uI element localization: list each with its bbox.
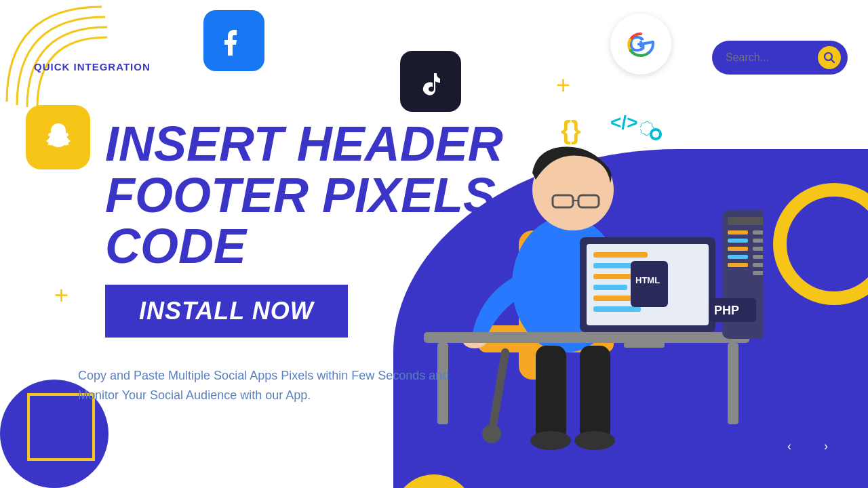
title-line-2: FOOTER PIXELS — [105, 170, 503, 222]
svg-rect-30 — [593, 285, 627, 290]
svg-rect-47 — [753, 255, 763, 259]
svg-rect-32 — [593, 306, 641, 312]
google-icon: G — [610, 14, 671, 75]
title-line-3: CODE — [105, 221, 503, 272]
snapchat-icon — [26, 105, 90, 169]
svg-rect-46 — [753, 247, 763, 251]
svg-rect-22 — [424, 332, 749, 343]
gear-icon — [640, 119, 671, 152]
svg-line-2 — [831, 60, 835, 63]
svg-rect-49 — [753, 271, 763, 275]
search-bar — [712, 41, 848, 75]
svg-point-21 — [574, 431, 615, 450]
title-line-1: INSERT HEADER — [105, 119, 503, 170]
svg-rect-43 — [728, 263, 748, 267]
quick-integration-label: QUICK INTEGRATION — [34, 61, 151, 73]
tiktok-icon — [400, 51, 461, 112]
search-input[interactable] — [726, 52, 818, 64]
facebook-icon — [203, 10, 264, 71]
main-title: INSERT HEADER FOOTER PIXELS CODE — [105, 119, 503, 272]
svg-rect-19 — [580, 346, 610, 441]
svg-rect-18 — [536, 346, 566, 441]
svg-point-20 — [530, 431, 571, 450]
svg-text:{}: {} — [561, 116, 581, 144]
svg-text:HTML: HTML — [635, 275, 660, 285]
svg-rect-28 — [593, 263, 634, 268]
svg-rect-27 — [593, 252, 648, 258]
decorative-arcs — [0, 0, 108, 108]
svg-rect-39 — [728, 230, 748, 235]
svg-point-9 — [482, 424, 501, 443]
code-braces-icon: {} — [559, 112, 593, 148]
svg-rect-36 — [624, 342, 665, 348]
svg-rect-45 — [753, 239, 763, 243]
install-button[interactable]: INSTALL NOW — [105, 285, 348, 338]
search-button[interactable] — [818, 46, 841, 69]
plus-decoration-1: + — [556, 71, 570, 100]
svg-rect-44 — [753, 230, 763, 235]
search-icon — [823, 52, 835, 64]
plus-decoration-2: + — [54, 281, 68, 310]
svg-rect-24 — [728, 343, 738, 424]
svg-text:PHP: PHP — [714, 304, 739, 317]
svg-rect-41 — [728, 247, 748, 251]
svg-rect-42 — [728, 255, 748, 259]
next-arrow[interactable]: › — [811, 431, 841, 461]
prev-arrow[interactable]: ‹ — [774, 431, 804, 461]
svg-text:</>: </> — [610, 112, 637, 132]
svg-rect-40 — [728, 239, 748, 243]
navigation-arrows: ‹ › — [774, 431, 841, 461]
svg-rect-35 — [637, 332, 651, 343]
svg-rect-38 — [728, 217, 763, 225]
code-tag-icon: </> — [610, 108, 637, 135]
svg-line-7 — [492, 352, 505, 434]
description-text: Copy and Paste Multiple Social Apps Pixe… — [78, 366, 485, 405]
svg-rect-48 — [753, 263, 763, 267]
